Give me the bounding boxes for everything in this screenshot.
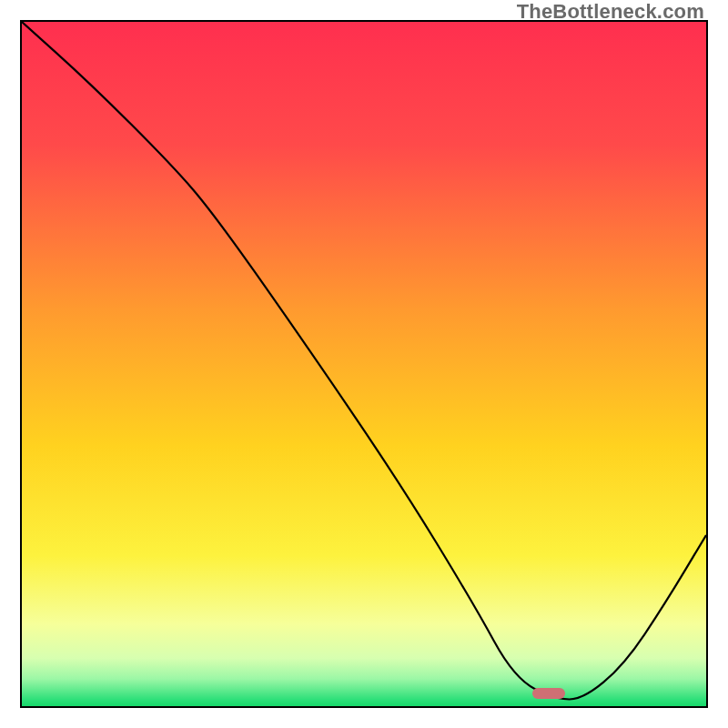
optimal-marker [532, 688, 565, 699]
bottleneck-curve-path [22, 22, 706, 699]
plot-area [20, 20, 708, 708]
bottleneck-curve [22, 22, 706, 706]
chart-frame: TheBottleneck.com [0, 0, 728, 728]
